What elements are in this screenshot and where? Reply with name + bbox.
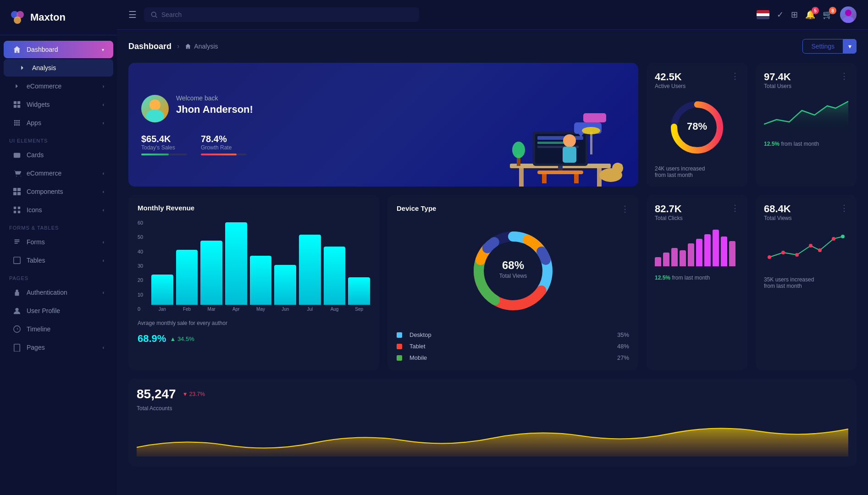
svg-text:Total Views: Total Views [499,273,526,279]
svg-point-61 [582,127,600,134]
lock-icon [13,288,21,297]
device-type-more[interactable]: ⋮ [621,204,629,214]
search-input[interactable] [161,11,413,18]
sidebar-item-icons[interactable]: Icons ‹ [4,201,113,219]
sidebar-item-ecommerce[interactable]: eCommerce › [4,77,113,95]
total-users-footer: 12.5% from last month [764,141,848,147]
sidebar-item-analysis[interactable]: Analysis [4,59,113,77]
sales-stat: $65.4K Today's Sales [141,134,187,155]
sidebar-item-forms[interactable]: Forms ‹ [4,233,113,251]
svg-rect-5 [14,105,17,108]
svg-rect-60 [590,132,592,154]
active-users-donut: 78% [655,98,739,157]
grid-icon[interactable]: ⊞ [791,10,798,20]
svg-point-76 [795,253,799,257]
card-icon [13,151,21,159]
monthly-revenue-pct: ▲ 34.5% [170,336,194,342]
svg-point-78 [818,248,822,252]
total-users-header: 97.4K Total Users ⋮ [764,71,848,89]
settings-button[interactable]: Settings [802,39,843,54]
legend-mobile: Mobile 27% [397,354,629,361]
hamburger-button[interactable]: ☰ [128,9,137,20]
total-clicks-more[interactable]: ⋮ [731,203,739,213]
timeline-icon [13,325,21,333]
svg-rect-31 [14,344,20,352]
language-flag[interactable] [757,10,769,19]
svg-point-8 [16,120,18,122]
svg-rect-25 [14,211,16,213]
sidebar-item-authentication[interactable]: Authentication ‹ [4,284,113,301]
components-icon [13,187,21,196]
cart-icon[interactable]: 🛒 8 [823,10,833,20]
table-icon [13,256,21,264]
svg-point-12 [18,122,20,124]
svg-point-11 [16,122,18,124]
pages-label: PAGES [0,270,117,283]
notification-icon[interactable]: 🔔 5 [805,10,815,20]
ui-elements-label: UI ELEMENTS [0,132,117,145]
sidebar-item-user-profile[interactable]: User Profile [4,302,113,319]
svg-point-80 [841,235,845,238]
svg-point-17 [16,176,17,176]
sidebar-item-ecommerce-ui[interactable]: eCommerce ‹ [4,165,113,182]
active-users-card: 42.5K Active Users ⋮ [647,63,747,187]
settings-dropdown-button[interactable]: ▾ [843,39,857,54]
active-users-footer: 24K users increased from last month [655,165,739,178]
sidebar-item-cards[interactable]: Cards [4,146,113,164]
monthly-revenue-footer: Avrage monthly sale for every author [138,320,370,326]
row-1: Welcome back Jhon Anderson! $65.4K Today… [128,63,857,187]
checkmark-icon[interactable]: ✓ [777,10,784,20]
svg-rect-6 [17,105,20,108]
sidebar-nav: Dashboard ▾ Analysis eCommerce › Widgets… [0,35,117,495]
shopping-icon [13,169,21,177]
svg-point-59 [512,142,525,158]
svg-rect-24 [18,207,20,209]
logo-icon [9,9,26,26]
total-views-header: 68.4K Total Views ⋮ [764,203,848,221]
total-users-card: 97.4K Total Users ⋮ [756,63,857,187]
sidebar-item-timeline[interactable]: Timeline [4,320,113,338]
sidebar-item-apps[interactable]: Apps ‹ [4,114,113,132]
sidebar-item-pages[interactable]: Pages ‹ [4,339,113,356]
logo-text: Maxton [30,11,66,23]
welcome-avatar [141,95,169,122]
topbar-right: ✓ ⊞ 🔔 5 🛒 8 [757,6,857,23]
bar-chart-bars: Jan Feb Mar Apr May Jun Jul Aug Sep [151,220,370,312]
svg-point-33 [845,10,851,16]
svg-point-79 [832,237,835,241]
page-content: Dashboard › Analysis Settings ▾ [117,30,868,495]
sidebar-logo: Maxton [0,0,117,35]
total-views-line-chart [764,230,848,268]
svg-rect-38 [519,168,524,187]
pages-icon [13,343,21,352]
svg-rect-21 [13,192,17,195]
welcome-text: Welcome back Jhon Anderson! [176,94,253,123]
monthly-revenue-header: Monthly Revenue [138,204,370,214]
sidebar-item-widgets[interactable]: Widgets ‹ [4,96,113,113]
svg-point-35 [149,99,160,110]
active-users-more[interactable]: ⋮ [731,71,739,81]
svg-rect-23 [14,207,16,209]
total-views-more[interactable]: ⋮ [840,203,848,213]
bar-chart-container: 60 50 40 30 20 10 0 Jan Feb Mar Apr May [138,220,370,312]
growth-progress-bar [201,154,247,155]
svg-rect-50 [537,170,583,174]
welcome-illustration [482,104,638,187]
device-type-donut: 68% Total Views [397,225,629,317]
breadcrumb-item-analysis: Analysis [185,43,218,50]
sidebar-item-tables[interactable]: Tables ‹ [4,252,113,269]
total-views-card: 68.4K Total Views ⋮ [756,195,857,370]
welcome-card: Welcome back Jhon Anderson! $65.4K Today… [128,63,638,187]
search-bar [144,7,419,22]
svg-point-77 [809,244,813,248]
total-accounts-card: 85,247 ▼ 23.7% Total Accounts [128,379,857,467]
sidebar-item-components[interactable]: Components ‹ [4,183,113,200]
search-icon [150,11,158,18]
sidebar-item-dashboard[interactable]: Dashboard ▾ [4,41,113,58]
user-avatar[interactable] [840,6,857,23]
breadcrumb-separator: › [177,42,179,50]
svg-point-34 [843,16,854,23]
clicks-bar-chart [655,230,739,266]
svg-rect-16 [14,153,20,158]
total-users-more[interactable]: ⋮ [840,71,848,81]
